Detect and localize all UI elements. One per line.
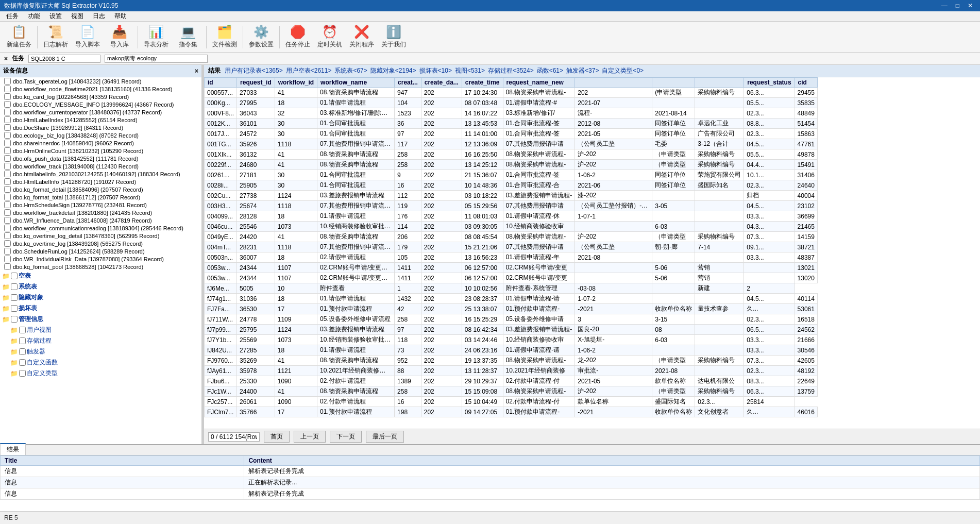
table-checkbox[interactable] [4, 178, 11, 185]
table-list-item[interactable]: dbo.DocShare [139289912] (84311 Record) [0, 124, 201, 131]
connection-server-field[interactable] [28, 55, 100, 63]
column-header[interactable]: creat... [395, 78, 421, 88]
panel-close-button[interactable]: × [195, 67, 198, 75]
page-info-field[interactable] [208, 432, 260, 442]
table-list-item[interactable]: dbo.ECOLOGY_MESSAGE_INFO [139996624] (43… [0, 100, 201, 108]
table-row[interactable]: 0053w...24344110702.CRM账号申请/变更流程14112020… [205, 273, 818, 283]
table-row[interactable]: 001XIk...361324108.物资采购申请流程25820216 16:2… [205, 149, 818, 160]
table-checkbox[interactable] [4, 201, 11, 208]
table-list-item[interactable]: dbo.workflow_trackdetail [138201880] (24… [0, 209, 201, 216]
table-list-item[interactable]: dbo.HtmlLabelIndex [141285552] (65154 Re… [0, 116, 201, 124]
table-checkbox[interactable] [4, 132, 11, 139]
table-checkbox[interactable] [4, 209, 11, 216]
table-checkbox[interactable] [4, 256, 11, 262]
toolbar-btn-import-script[interactable]: 📄导入脚本 [73, 24, 103, 50]
table-checkbox[interactable] [4, 225, 11, 231]
table-list-item[interactable]: dbo.WR_IndividualRisk_Data [139787080] (… [0, 255, 201, 263]
table-row[interactable]: FJc1W...244004108.物资采购申请流程25820215 15:09… [205, 386, 818, 397]
prev-page-button[interactable]: 上一页 [294, 431, 326, 443]
table-row[interactable]: 0049yE...244204108.物资采购申请流程20620208 08:4… [205, 232, 818, 242]
table-checkbox[interactable] [4, 217, 11, 224]
group-checkbox[interactable] [11, 305, 18, 312]
table-checkbox[interactable] [4, 194, 11, 200]
table-list-item[interactable]: dbo.workflow_communicationreadlog [13818… [0, 224, 201, 232]
toolbar-btn-close-prog[interactable]: ❌关闭程序 [347, 24, 377, 50]
minimize-button[interactable]: — [938, 2, 951, 9]
column-header[interactable]: create_da... [421, 78, 462, 88]
toolbar-btn-timer[interactable]: ⏰定时关机 [315, 24, 345, 50]
table-row[interactable]: 00503n...360071802.请假申请流程10520213 16:56:… [205, 252, 818, 263]
table-row[interactable]: 001TG...35926111807.其他费用报销申请流程（公司员工垫付报销）… [205, 139, 818, 149]
table-row[interactable]: 0028li...259053001.合同审批流程1620210 14:48:3… [205, 180, 818, 191]
table-row[interactable]: fJ74g1...310361801.请假申请流程143220223 08:28… [205, 294, 818, 304]
first-page-button[interactable]: 首页 [264, 431, 290, 443]
toolbar-btn-params[interactable]: ⚙️参数设置 [246, 24, 276, 50]
group-checkbox[interactable] [11, 294, 18, 301]
table-list-item[interactable]: dbo.workflow_track [138194008] (112430 R… [0, 162, 201, 170]
table-list-item[interactable]: dbo.ofs_push_data [138142552] (111781 Re… [0, 155, 201, 162]
table-row[interactable]: fJ711W...24778110905.设备委外维修申请流程25820216 … [205, 314, 818, 325]
table-row[interactable]: 004099...281281801.请假申请流程17620211 08:01:… [205, 211, 818, 222]
tab-results[interactable]: 结果 [0, 443, 26, 455]
table-checkbox[interactable] [4, 109, 11, 115]
child-checkbox[interactable] [19, 359, 26, 366]
table-checkbox[interactable] [4, 263, 11, 270]
table-row[interactable]: 0053w...24344110702.CRM账号申请/变更流程14112020… [205, 263, 818, 273]
tree-child-存储过程[interactable]: 📁存储过程 [8, 335, 201, 346]
last-page-button[interactable]: 最后一页 [366, 431, 404, 443]
table-row[interactable]: 000VF8...360433203.标准新增/修订/删除审批流程1523202… [205, 108, 818, 119]
table-checkbox[interactable] [4, 78, 11, 84]
table-checkbox[interactable] [4, 140, 11, 146]
column-header[interactable] [575, 78, 652, 88]
menu-item-设置[interactable]: 设置 [45, 11, 66, 22]
column-header[interactable]: workflow_name [317, 78, 395, 88]
table-checkbox[interactable] [4, 155, 11, 162]
table-list-item[interactable]: dbo.kq_format_total [138661712] (207507 … [0, 193, 201, 201]
tree-group-管理信息[interactable]: 📁管理信息 [0, 314, 201, 325]
table-list-item[interactable]: dbo.ecology_biz_log [138438248] (87082 R… [0, 131, 201, 139]
child-checkbox[interactable] [19, 337, 26, 344]
table-row[interactable]: FJ7Fa...365301701.预付款申请流程4220225 13:38:0… [205, 304, 818, 314]
table-list-item[interactable]: dbo.ScheduleRunLog [141252624] (588289 R… [0, 247, 201, 255]
tree-child-触发器[interactable]: 📁触发器 [8, 346, 201, 357]
toolbar-btn-import-db[interactable]: 📥导入库 [105, 24, 134, 50]
table-list-item[interactable]: dbo.kq_overtime_log [138439208] (565275 … [0, 240, 201, 247]
toolbar-btn-about[interactable]: ℹ️关于我们 [379, 24, 409, 50]
tree-child-用户视图[interactable]: 📁用户视图 [8, 325, 201, 335]
column-header[interactable]: create_time [462, 78, 503, 88]
menu-item-功能[interactable]: 功能 [24, 11, 44, 22]
tree-group-系统表[interactable]: 📁系统表 [0, 281, 201, 292]
child-checkbox[interactable] [19, 370, 26, 377]
toolbar-btn-cmd[interactable]: 💻指令集 [173, 24, 203, 50]
table-checkbox[interactable] [4, 101, 11, 108]
table-row[interactable]: 000557...270334108.物资采购申请流程94720217 10:2… [205, 88, 818, 98]
table-row[interactable]: fJ6Me...500510附件查看120210 10:02:56附件查看-系统… [205, 283, 818, 294]
toolbar-btn-stop[interactable]: 🛑任务停止 [283, 24, 313, 50]
table-list-item[interactable]: dbo.workflow_currentoperator [138480376]… [0, 108, 201, 116]
table-checkbox[interactable] [4, 171, 11, 177]
tree-child-自定义类型[interactable]: 📁自定义类型 [8, 368, 201, 379]
table-checkbox[interactable] [4, 186, 11, 193]
column-header[interactable]: cid [795, 78, 817, 88]
table-list-item[interactable]: dbo.HrmScheduleSign [139278776] (232481 … [0, 201, 201, 209]
child-checkbox[interactable] [19, 327, 26, 333]
table-checkbox[interactable] [4, 86, 11, 92]
table-list-item[interactable]: dbo.shareinnerdoc [140859840] (96062 Rec… [0, 139, 201, 147]
table-row[interactable]: FJ9760...352694108.物资采购申请流程95220219 13:3… [205, 356, 818, 366]
table-checkbox[interactable] [4, 124, 11, 131]
group-checkbox[interactable] [11, 273, 18, 279]
tree-group-空表[interactable]: 📁空表 [0, 271, 201, 281]
tree-group-损坏表[interactable]: 📁损坏表 [0, 303, 201, 314]
close-window-button[interactable]: ✕ [965, 2, 976, 9]
table-list-item[interactable]: dbo.workflow_node_flowtime2021 [13813516… [0, 85, 201, 93]
table-row[interactable]: 00229f...246804108.物资采购申请流程25820213 14:2… [205, 160, 818, 170]
column-header[interactable]: request_status [744, 78, 795, 88]
column-header[interactable]: request_id [237, 78, 275, 88]
table-row[interactable]: 004mT...28231111807.其他费用报销申请流程（公司员工垫付报销）… [205, 242, 818, 252]
column-header[interactable]: workflow_id [275, 78, 317, 88]
table-row[interactable]: 0012K...361013001.合同审批流程3620213 13:45:53… [205, 119, 818, 129]
table-row[interactable]: fJ842U...272851801.请假申请流程7320224 06:23:1… [205, 345, 818, 356]
table-checkbox[interactable] [4, 240, 11, 247]
menu-item-任务[interactable]: 任务 [2, 11, 23, 22]
toolbar-btn-file-check[interactable]: 🗂️文件检测 [210, 24, 240, 50]
